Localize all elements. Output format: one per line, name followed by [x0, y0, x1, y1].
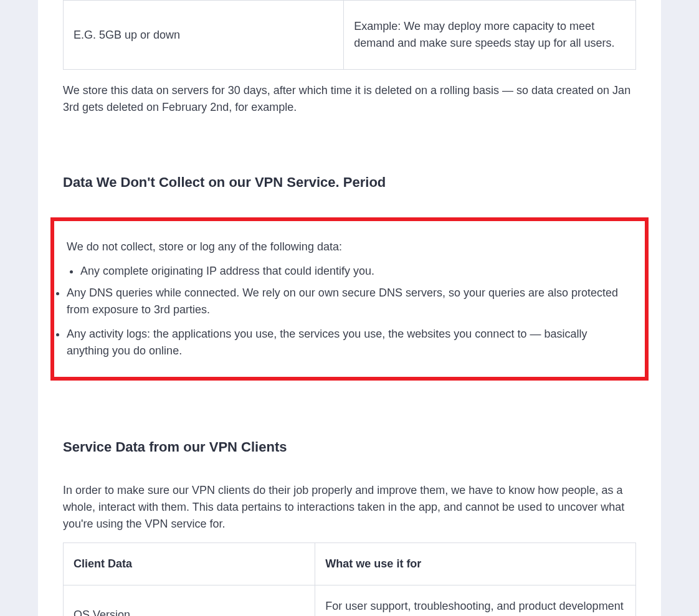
not-collect-item-ip: Any complete originating IP address that… [80, 263, 632, 280]
not-collect-intro: We do not collect, store or log any of t… [67, 239, 632, 255]
heading-data-not-collected: Data We Don't Collect on our VPN Service… [63, 172, 636, 192]
table-row: E.G. 5GB up or down Example: We may depl… [64, 1, 636, 70]
not-collect-list: Any DNS queries while connected. We rely… [67, 285, 632, 359]
not-collect-item-activity: Any activity logs: the applications you … [67, 326, 632, 359]
table-header-use: What we use it for [315, 543, 636, 585]
table-header-client-data: Client Data [64, 543, 315, 585]
not-collect-item-dns: Any DNS queries while connected. We rely… [67, 285, 632, 318]
not-collect-list-indented: Any complete originating IP address that… [80, 263, 632, 280]
service-data-intro: In order to make sure our VPN clients do… [63, 482, 636, 533]
table-cell-os-version: OS Version [64, 585, 315, 617]
client-data-table: Client Data What we use it for OS Versio… [63, 543, 636, 616]
highlight-box-not-collected: We do not collect, store or log any of t… [50, 217, 649, 381]
data-usage-table: E.G. 5GB up or down Example: We may depl… [63, 0, 636, 70]
storage-retention-text: We store this data on servers for 30 day… [63, 82, 636, 116]
heading-service-data: Service Data from our VPN Clients [63, 437, 636, 457]
table-row: OS Version For user support, troubleshoo… [64, 585, 636, 617]
table-cell-os-version-use: For user support, troubleshooting, and p… [315, 585, 636, 617]
table-cell-example-data: E.G. 5GB up or down [64, 1, 344, 70]
table-cell-example-use: Example: We may deploy more capacity to … [344, 1, 636, 70]
table-header-row: Client Data What we use it for [64, 543, 636, 585]
